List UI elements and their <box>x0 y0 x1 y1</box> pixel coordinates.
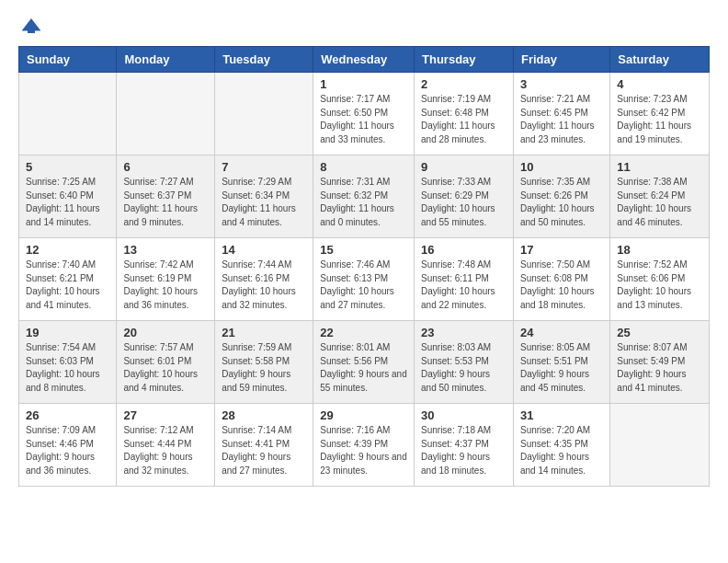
day-info: Sunrise: 8:03 AM Sunset: 5:53 PM Dayligh… <box>421 341 506 395</box>
day-number: 18 <box>617 243 702 257</box>
day-info: Sunrise: 7:44 AM Sunset: 6:16 PM Dayligh… <box>222 259 306 312</box>
day-info: Sunrise: 7:09 AM Sunset: 4:46 PM Dayligh… <box>26 424 109 477</box>
day-number: 7 <box>222 160 306 174</box>
calendar-cell: 28Sunrise: 7:14 AM Sunset: 4:41 PM Dayli… <box>215 404 313 487</box>
svg-rect-1 <box>28 28 35 33</box>
header-row: SundayMondayTuesdayWednesdayThursdayFrid… <box>19 47 710 73</box>
day-number: 26 <box>26 408 109 422</box>
col-header-thursday: Thursday <box>415 47 514 73</box>
day-info: Sunrise: 7:33 AM Sunset: 6:29 PM Dayligh… <box>421 176 506 229</box>
day-info: Sunrise: 7:57 AM Sunset: 6:01 PM Dayligh… <box>123 341 208 395</box>
day-info: Sunrise: 7:50 AM Sunset: 6:08 PM Dayligh… <box>520 259 603 312</box>
day-number: 30 <box>421 408 506 422</box>
calendar-cell: 7Sunrise: 7:29 AM Sunset: 6:34 PM Daylig… <box>215 155 313 238</box>
day-info: Sunrise: 7:23 AM Sunset: 6:42 PM Dayligh… <box>617 93 702 146</box>
week-row-3: 12Sunrise: 7:40 AM Sunset: 6:21 PM Dayli… <box>19 238 710 321</box>
day-number: 22 <box>320 326 407 339</box>
calendar-cell: 17Sunrise: 7:50 AM Sunset: 6:08 PM Dayli… <box>513 238 609 321</box>
col-header-wednesday: Wednesday <box>313 47 415 73</box>
day-info: Sunrise: 7:18 AM Sunset: 4:37 PM Dayligh… <box>421 424 506 477</box>
calendar-cell: 5Sunrise: 7:25 AM Sunset: 6:40 PM Daylig… <box>19 155 117 238</box>
calendar-cell: 13Sunrise: 7:42 AM Sunset: 6:19 PM Dayli… <box>117 238 215 321</box>
day-info: Sunrise: 7:31 AM Sunset: 6:32 PM Dayligh… <box>320 176 407 229</box>
calendar-cell: 1Sunrise: 7:17 AM Sunset: 6:50 PM Daylig… <box>313 73 415 155</box>
day-number: 3 <box>520 77 603 91</box>
day-info: Sunrise: 7:27 AM Sunset: 6:37 PM Dayligh… <box>123 176 208 229</box>
calendar-cell: 2Sunrise: 7:19 AM Sunset: 6:48 PM Daylig… <box>415 73 514 155</box>
header <box>18 15 710 37</box>
day-info: Sunrise: 8:01 AM Sunset: 5:56 PM Dayligh… <box>320 341 407 395</box>
day-number: 15 <box>320 243 407 257</box>
week-row-2: 5Sunrise: 7:25 AM Sunset: 6:40 PM Daylig… <box>19 155 710 238</box>
day-number: 17 <box>520 243 603 257</box>
day-info: Sunrise: 7:17 AM Sunset: 6:50 PM Dayligh… <box>320 93 407 146</box>
day-info: Sunrise: 8:05 AM Sunset: 5:51 PM Dayligh… <box>520 341 603 395</box>
calendar-cell: 20Sunrise: 7:57 AM Sunset: 6:01 PM Dayli… <box>117 321 215 404</box>
day-number: 6 <box>123 160 208 174</box>
calendar-cell: 29Sunrise: 7:16 AM Sunset: 4:39 PM Dayli… <box>313 404 415 487</box>
day-number: 10 <box>520 160 603 174</box>
day-number: 2 <box>421 77 506 91</box>
calendar-cell: 6Sunrise: 7:27 AM Sunset: 6:37 PM Daylig… <box>117 155 215 238</box>
day-info: Sunrise: 7:38 AM Sunset: 6:24 PM Dayligh… <box>617 176 702 229</box>
calendar-cell: 30Sunrise: 7:18 AM Sunset: 4:37 PM Dayli… <box>415 404 514 487</box>
page: SundayMondayTuesdayWednesdayThursdayFrid… <box>0 0 728 501</box>
week-row-1: 1Sunrise: 7:17 AM Sunset: 6:50 PM Daylig… <box>19 73 710 155</box>
day-info: Sunrise: 7:12 AM Sunset: 4:44 PM Dayligh… <box>123 424 208 477</box>
col-header-friday: Friday <box>513 47 609 73</box>
calendar-cell: 27Sunrise: 7:12 AM Sunset: 4:44 PM Dayli… <box>117 404 215 487</box>
calendar-cell: 10Sunrise: 7:35 AM Sunset: 6:26 PM Dayli… <box>513 155 609 238</box>
day-number: 20 <box>123 326 208 339</box>
calendar-cell: 15Sunrise: 7:46 AM Sunset: 6:13 PM Dayli… <box>313 238 415 321</box>
day-info: Sunrise: 7:54 AM Sunset: 6:03 PM Dayligh… <box>26 341 109 395</box>
col-header-saturday: Saturday <box>610 47 710 73</box>
day-number: 31 <box>520 408 603 422</box>
day-info: Sunrise: 7:46 AM Sunset: 6:13 PM Dayligh… <box>320 259 407 312</box>
calendar-cell: 12Sunrise: 7:40 AM Sunset: 6:21 PM Dayli… <box>19 238 117 321</box>
week-row-5: 26Sunrise: 7:09 AM Sunset: 4:46 PM Dayli… <box>19 404 710 487</box>
logo-icon <box>20 15 42 37</box>
day-number: 24 <box>520 326 603 339</box>
calendar: SundayMondayTuesdayWednesdayThursdayFrid… <box>18 46 710 487</box>
day-info: Sunrise: 7:19 AM Sunset: 6:48 PM Dayligh… <box>421 93 506 146</box>
calendar-cell <box>117 73 215 155</box>
calendar-cell: 25Sunrise: 8:07 AM Sunset: 5:49 PM Dayli… <box>610 321 710 404</box>
day-number: 4 <box>617 77 702 91</box>
calendar-cell: 19Sunrise: 7:54 AM Sunset: 6:03 PM Dayli… <box>19 321 117 404</box>
day-number: 21 <box>222 326 306 339</box>
day-number: 28 <box>222 408 306 422</box>
day-info: Sunrise: 8:07 AM Sunset: 5:49 PM Dayligh… <box>617 341 702 395</box>
day-number: 16 <box>421 243 506 257</box>
day-info: Sunrise: 7:25 AM Sunset: 6:40 PM Dayligh… <box>26 176 109 229</box>
week-row-4: 19Sunrise: 7:54 AM Sunset: 6:03 PM Dayli… <box>19 321 710 404</box>
calendar-cell <box>610 404 710 487</box>
day-info: Sunrise: 7:42 AM Sunset: 6:19 PM Dayligh… <box>123 259 208 312</box>
day-info: Sunrise: 7:14 AM Sunset: 4:41 PM Dayligh… <box>222 424 306 477</box>
day-number: 8 <box>320 160 407 174</box>
day-info: Sunrise: 7:52 AM Sunset: 6:06 PM Dayligh… <box>617 259 702 312</box>
day-number: 12 <box>26 243 109 257</box>
day-info: Sunrise: 7:40 AM Sunset: 6:21 PM Dayligh… <box>26 259 109 312</box>
calendar-cell: 14Sunrise: 7:44 AM Sunset: 6:16 PM Dayli… <box>215 238 313 321</box>
calendar-cell: 18Sunrise: 7:52 AM Sunset: 6:06 PM Dayli… <box>610 238 710 321</box>
calendar-cell: 8Sunrise: 7:31 AM Sunset: 6:32 PM Daylig… <box>313 155 415 238</box>
calendar-cell: 4Sunrise: 7:23 AM Sunset: 6:42 PM Daylig… <box>610 73 710 155</box>
calendar-cell: 22Sunrise: 8:01 AM Sunset: 5:56 PM Dayli… <box>313 321 415 404</box>
day-number: 9 <box>421 160 506 174</box>
calendar-cell: 21Sunrise: 7:59 AM Sunset: 5:58 PM Dayli… <box>215 321 313 404</box>
day-number: 27 <box>123 408 208 422</box>
calendar-cell: 26Sunrise: 7:09 AM Sunset: 4:46 PM Dayli… <box>19 404 117 487</box>
day-number: 29 <box>320 408 407 422</box>
day-number: 5 <box>26 160 109 174</box>
day-number: 13 <box>123 243 208 257</box>
day-info: Sunrise: 7:48 AM Sunset: 6:11 PM Dayligh… <box>421 259 506 312</box>
day-info: Sunrise: 7:16 AM Sunset: 4:39 PM Dayligh… <box>320 424 407 477</box>
calendar-cell: 9Sunrise: 7:33 AM Sunset: 6:29 PM Daylig… <box>415 155 514 238</box>
calendar-cell: 11Sunrise: 7:38 AM Sunset: 6:24 PM Dayli… <box>610 155 710 238</box>
day-info: Sunrise: 7:35 AM Sunset: 6:26 PM Dayligh… <box>520 176 603 229</box>
day-info: Sunrise: 7:59 AM Sunset: 5:58 PM Dayligh… <box>222 341 306 395</box>
day-info: Sunrise: 7:21 AM Sunset: 6:45 PM Dayligh… <box>520 93 603 146</box>
day-info: Sunrise: 7:29 AM Sunset: 6:34 PM Dayligh… <box>222 176 306 229</box>
col-header-sunday: Sunday <box>19 47 117 73</box>
day-number: 19 <box>26 326 109 339</box>
